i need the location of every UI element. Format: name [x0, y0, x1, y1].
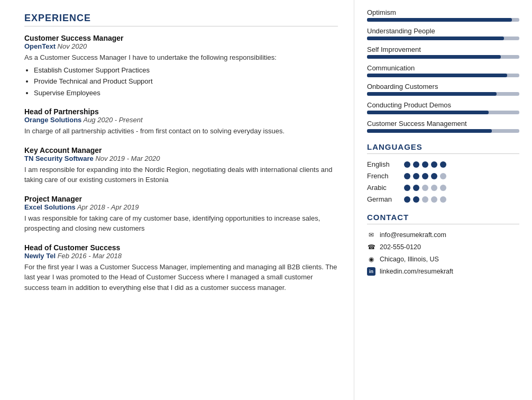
job-company-line: OpenText Nov 2020 — [24, 42, 338, 50]
contact-text: 202-555-0120 — [380, 243, 421, 251]
dot-filled — [413, 185, 419, 191]
dot-empty — [422, 196, 428, 203]
skill-bar-background — [367, 111, 519, 114]
skill-item: Communication — [367, 64, 519, 77]
dot-empty — [440, 185, 446, 191]
job-title: Customer Success Manager — [24, 34, 338, 42]
skill-bar-fill — [367, 18, 512, 22]
job-dates: Apr 2018 - Apr 2019 — [76, 203, 139, 211]
language-row: English — [367, 160, 519, 168]
job-bullet-item: Supervise Employees — [34, 88, 338, 98]
job-block: Project ManagerExcel Solutions Apr 2018 … — [24, 195, 338, 234]
job-title: Head of Customer Success — [24, 243, 338, 252]
dot-filled — [422, 161, 428, 168]
job-title: Project Manager — [24, 195, 338, 203]
languages-container: EnglishFrenchArabicGerman — [367, 160, 519, 203]
language-row: Arabic — [367, 184, 519, 192]
skill-bar-fill — [367, 111, 489, 114]
language-dots — [404, 196, 446, 203]
dot-filled — [404, 161, 410, 168]
job-description: I was responsible for taking care of my … — [24, 213, 338, 234]
dot-filled — [413, 161, 419, 168]
dot-empty — [431, 196, 437, 203]
experience-divider — [24, 26, 338, 26]
contact-item-linkedin: inlinkedin.com/resumekraft — [367, 267, 519, 276]
job-title: Head of Partnerships — [24, 107, 338, 116]
phone-icon: ☎ — [367, 243, 375, 251]
skill-bar-fill — [367, 74, 507, 77]
language-dots — [404, 185, 446, 191]
job-company-line: Newly Tel Feb 2016 - Mar 2018 — [24, 252, 338, 260]
skill-label: Customer Success Management — [367, 120, 519, 128]
email-icon: ✉ — [367, 231, 375, 239]
left-panel: EXPERIENCE Customer Success ManagerOpenT… — [0, 0, 354, 400]
skill-item: Conducting Product Demos — [367, 101, 519, 114]
language-name: Arabic — [367, 184, 404, 192]
jobs-container: Customer Success ManagerOpenText Nov 202… — [24, 34, 338, 293]
skill-item: Onboarding Customers — [367, 83, 519, 96]
contact-text: Chicago, Illinois, US — [380, 256, 439, 263]
job-block: Customer Success ManagerOpenText Nov 202… — [24, 34, 338, 98]
dot-filled — [440, 161, 446, 168]
contact-item-location: ◉Chicago, Illinois, US — [367, 255, 519, 263]
contact-section: CONTACT ✉info@resumekraft.com☎202-555-01… — [367, 213, 519, 276]
job-company: TN Security Software — [24, 154, 94, 162]
skill-item: Understanding People — [367, 27, 519, 40]
skill-bar-fill — [367, 92, 497, 96]
skill-item: Self Improvement — [367, 46, 519, 59]
contact-item-email: ✉info@resumekraft.com — [367, 231, 519, 239]
job-bullet-item: Provide Technical and Product Support — [34, 76, 338, 87]
contact-divider — [367, 224, 519, 224]
contact-title: CONTACT — [367, 213, 519, 222]
job-description: I am responsible for expanding into the … — [24, 165, 338, 185]
dot-empty — [431, 185, 437, 191]
skill-bar-fill — [367, 129, 492, 133]
dot-filled — [431, 161, 437, 168]
contact-text: info@resumekraft.com — [380, 231, 446, 239]
dot-filled — [413, 196, 419, 203]
skill-bar-background — [367, 74, 519, 77]
skill-label: Optimism — [367, 8, 519, 16]
skill-bar-background — [367, 55, 519, 59]
right-panel: OptimismUnderstanding PeopleSelf Improve… — [354, 0, 532, 400]
job-company-line: Excel Solutions Apr 2018 - Apr 2019 — [24, 203, 338, 211]
job-dates: Nov 2020 — [56, 42, 87, 50]
language-dots — [404, 173, 446, 179]
job-bullets: Establish Customer Support PracticesProv… — [34, 65, 338, 98]
language-row: French — [367, 172, 519, 180]
dot-empty — [440, 196, 446, 203]
language-dots — [404, 161, 446, 168]
job-description: For the first year I was a Customer Succ… — [24, 262, 338, 293]
job-description: In charge of all partnership activities … — [24, 126, 338, 137]
linkedin-icon: in — [367, 267, 375, 276]
dot-filled — [422, 173, 428, 179]
languages-title: LANGUAGES — [367, 142, 519, 151]
skills-container: OptimismUnderstanding PeopleSelf Improve… — [367, 8, 519, 133]
skill-label: Onboarding Customers — [367, 83, 519, 90]
dot-filled — [404, 173, 410, 179]
job-company: Orange Solutions — [24, 116, 81, 124]
skill-bar-fill — [367, 37, 504, 40]
language-name: English — [367, 160, 404, 168]
dot-filled — [404, 196, 410, 203]
location-icon: ◉ — [367, 255, 375, 263]
dot-empty — [440, 173, 446, 179]
skill-bar-fill — [367, 55, 501, 59]
dot-empty — [422, 185, 428, 191]
skill-bar-background — [367, 92, 519, 96]
language-name: German — [367, 195, 404, 203]
contact-text: linkedin.com/resumekraft — [380, 268, 453, 275]
contact-container: ✉info@resumekraft.com☎202-555-0120◉Chica… — [367, 231, 519, 276]
job-bullet-item: Establish Customer Support Practices — [34, 65, 338, 76]
job-description: As a Customer Success Manager I have to … — [24, 52, 338, 63]
job-company-line: TN Security Software Nov 2019 - Mar 2020 — [24, 154, 338, 162]
dot-filled — [404, 185, 410, 191]
job-block: Head of Customer SuccessNewly Tel Feb 20… — [24, 243, 338, 293]
experience-title: EXPERIENCE — [24, 13, 338, 24]
job-company: Excel Solutions — [24, 203, 76, 211]
skill-label: Communication — [367, 64, 519, 72]
skill-label: Self Improvement — [367, 46, 519, 53]
skill-label: Understanding People — [367, 27, 519, 35]
job-title: Key Account Manager — [24, 146, 338, 154]
job-dates: Aug 2020 - Present — [81, 116, 142, 124]
